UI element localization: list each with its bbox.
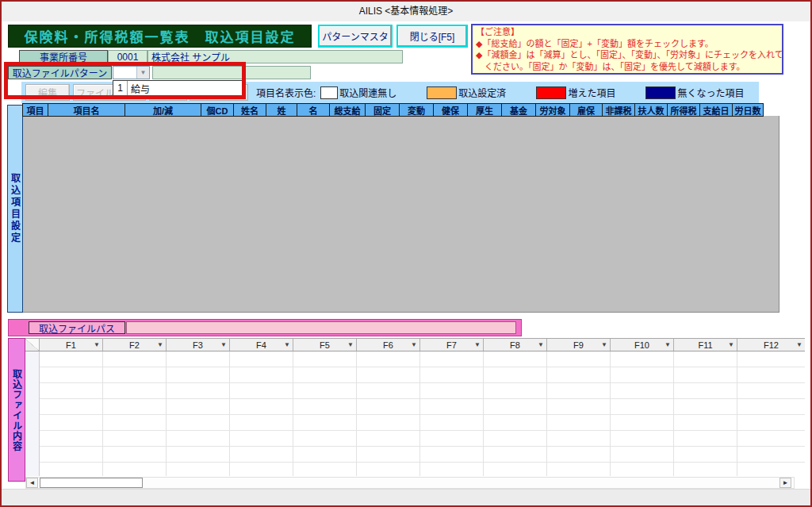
column-header: 所得税: [667, 103, 700, 117]
scroll-left-button[interactable]: ◄: [26, 478, 38, 488]
column-header: 支給日: [699, 103, 733, 117]
grid-body-column: [40, 351, 103, 476]
pattern-combobox-value: [113, 67, 136, 79]
grid-body-column: [293, 351, 357, 476]
grid-column-label: F7: [446, 340, 457, 350]
grid-column-label: F5: [320, 340, 330, 350]
grid-corner-cell: [25, 339, 40, 351]
grid-column-header[interactable]: F1▼: [40, 339, 103, 351]
pattern-dropdown-list[interactable]: 1 給与: [113, 80, 245, 96]
filter-arrow-icon[interactable]: ▼: [796, 341, 802, 349]
grid-body-column: [103, 351, 167, 476]
column-header: 固定: [365, 103, 400, 117]
legend-item-label: 取込関連無し: [339, 86, 396, 99]
notice-lines: ◆「総支給」の額と「固定」+「変動」額をチェックします。◆「減額金」は「減算」と…: [476, 38, 779, 73]
app-window: AILIS <基本情報処理> 保険料・所得税額一覧表 取込項目設定 パターンマス…: [0, 0, 812, 507]
filter-arrow-icon[interactable]: ▼: [474, 341, 481, 349]
legend-item-label: 無くなった項目: [677, 86, 744, 99]
edit-button[interactable]: 編集: [25, 84, 70, 101]
pattern-name-field: [152, 66, 311, 79]
grid-column-label: F11: [698, 340, 712, 350]
grid-column-label: F4: [256, 340, 266, 350]
column-header: 名: [297, 103, 330, 117]
column-header: 加/減: [124, 103, 201, 117]
office-number-value: 0001: [108, 50, 147, 63]
filter-arrow-icon[interactable]: ▼: [220, 341, 227, 349]
grid-column-header[interactable]: F2▼: [103, 339, 167, 351]
grid-column-header[interactable]: F4▼: [230, 339, 293, 351]
column-header: 変動: [399, 103, 434, 117]
close-button[interactable]: 閉じる[F5]: [396, 25, 468, 48]
file-path-label: 取込ファイルパス: [29, 321, 125, 334]
grid-column-header[interactable]: F11▼: [674, 339, 737, 351]
filter-arrow-icon[interactable]: ▼: [157, 341, 163, 349]
grid-body-column: [611, 351, 674, 476]
file-path-banner: 取込ファイルパス: [8, 319, 522, 336]
filter-arrow-icon[interactable]: ▼: [538, 341, 544, 349]
window-title: AILIS <基本情報処理>: [359, 6, 454, 17]
grid-column-label: F3: [193, 340, 203, 350]
grid-column-label: F1: [66, 340, 76, 350]
filter-arrow-icon[interactable]: ▼: [665, 341, 671, 349]
import-items-table-header: 項目項目名加/減個CD姓名姓名総支給固定変動健保厚生基金労対象雇保非課税扶人数所…: [23, 103, 764, 117]
import-pattern-label: 取込ファイルパターン: [8, 66, 112, 79]
pattern-master-button[interactable]: パターンマスタ: [318, 25, 393, 48]
window-titlebar: AILIS <基本情報処理>: [2, 2, 810, 21]
notice-box: 【ご注意】 ◆「総支給」の額と「固定」+「変動」額をチェックします。◆「減額金」…: [471, 24, 783, 75]
grid-column-header[interactable]: F3▼: [167, 339, 230, 351]
notice-line: ください。「固定」か「変動」は、「固定」を優先して減額します。: [476, 61, 779, 73]
grid-column-header[interactable]: F9▼: [547, 339, 611, 351]
horizontal-scrollbar[interactable]: ◄ ►: [25, 477, 795, 489]
dropdown-item-label[interactable]: 給与: [128, 81, 244, 95]
import-items-table-body: [23, 116, 779, 313]
window-bottom-margin: [2, 489, 810, 507]
file-contents-sidebar: 取込ファイル内容: [8, 338, 25, 482]
legend-swatch: [536, 86, 566, 99]
filter-arrow-icon[interactable]: ▼: [347, 341, 354, 349]
grid-body-column: [484, 351, 547, 476]
grid-body-column: [420, 351, 484, 476]
scroll-right-button[interactable]: ►: [779, 478, 791, 488]
office-name-value: 株式会社 サンプル: [147, 50, 403, 63]
column-header: 健保: [433, 103, 468, 117]
filter-arrow-icon[interactable]: ▼: [284, 341, 290, 349]
grid-column-header[interactable]: F12▼: [737, 339, 805, 351]
color-legend: 項目名表示色: 取込関連無し取込設定済増えた項目無くなった項目: [256, 84, 744, 101]
grid-column-label: F9: [573, 340, 584, 350]
column-header: 扶人数: [634, 103, 668, 117]
grid-column-header[interactable]: F6▼: [357, 339, 420, 351]
legend-swatch: [645, 86, 676, 99]
column-header: 項目: [22, 103, 48, 117]
column-header: 項目名: [48, 103, 125, 117]
grid-column-label: F2: [129, 340, 140, 350]
chevron-down-icon[interactable]: ▼: [136, 67, 149, 79]
filter-arrow-icon[interactable]: ▼: [411, 341, 417, 349]
grid-column-header[interactable]: F10▼: [611, 339, 674, 351]
column-header: 雇保: [569, 103, 603, 117]
column-header: 姓: [266, 103, 297, 117]
notice-heading: 【ご注意】: [476, 26, 779, 38]
column-header: 総支給: [329, 103, 366, 117]
notice-line: ◆「減額金」は「減算」とし、「固定」、「変動」、「労対象」にチェックを入れて: [476, 49, 779, 61]
import-items-sidebar: 取込項目設定: [7, 105, 23, 313]
notice-line: ◆「総支給」の額と「固定」+「変動」額をチェックします。: [476, 38, 779, 50]
file-contents-grid-header: F1▼F2▼F3▼F4▼F5▼F6▼F7▼F8▼F9▼F10▼F11▼F12▼: [25, 339, 805, 351]
legend-items: 取込関連無し取込設定済増えた項目無くなった項目: [316, 86, 744, 99]
scrollbar-thumb[interactable]: [40, 478, 143, 488]
page-title: 保険料・所得税額一覧表 取込項目設定: [8, 25, 312, 48]
grid-column-header[interactable]: F7▼: [420, 339, 484, 351]
file-contents-grid-body: [25, 351, 805, 476]
grid-column-header[interactable]: F8▼: [484, 339, 547, 351]
grid-column-header[interactable]: F5▼: [293, 339, 357, 351]
filter-arrow-icon[interactable]: ▼: [94, 341, 100, 349]
file-path-input[interactable]: [126, 321, 516, 334]
dropdown-item-number[interactable]: 1: [113, 81, 128, 95]
grid-body-column: [547, 351, 611, 476]
filter-arrow-icon[interactable]: ▼: [728, 341, 734, 349]
filter-arrow-icon[interactable]: ▼: [601, 341, 607, 349]
pattern-combobox[interactable]: ▼: [113, 66, 150, 79]
grid-body-column: [737, 351, 805, 476]
column-header: 非課税: [602, 103, 635, 117]
legend-label: 項目名表示色:: [256, 86, 316, 99]
column-header: 労日数: [732, 103, 764, 117]
